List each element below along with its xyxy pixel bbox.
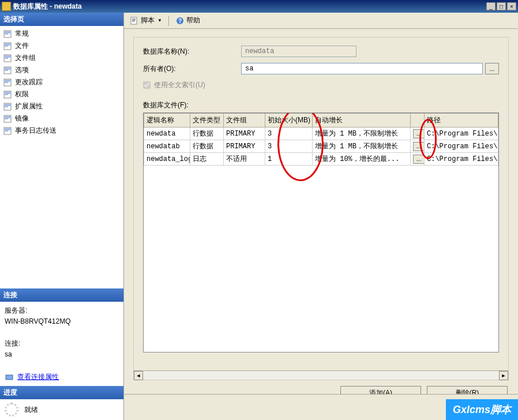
nav-label: 权限	[15, 89, 29, 99]
cell-type: 日志	[190, 153, 224, 166]
nav-label: 镜像	[15, 114, 29, 123]
scroll-right-button[interactable]: ►	[499, 371, 508, 380]
cell-path: C:\Program Files\Micr	[425, 127, 498, 140]
watermark: Gxlcms脚本	[446, 399, 518, 420]
toolbar-separator	[168, 16, 169, 26]
select-page-header: 选择页	[0, 13, 123, 26]
add-button[interactable]: 添加(A)	[340, 386, 421, 394]
conn-label: 连接:	[5, 338, 119, 349]
left-panel: 选择页 常规 文件 文件组 选项 更改跟踪 权限 扩展属性 镜像 事务日志传送 …	[0, 13, 124, 420]
dbname-label: 数据库名称(N):	[143, 47, 241, 57]
files-grid[interactable]: 逻辑名称 文件类型 文件组 初始大小(MB) 自动增长 路径 newdata	[144, 113, 498, 166]
close-button[interactable]: ×	[507, 2, 516, 10]
nav-list: 常规 文件 文件组 选项 更改跟踪 权限 扩展属性 镜像 事务日志传送	[0, 26, 123, 288]
fulltext-row: 使用全文索引(U)	[143, 80, 499, 90]
main-area: 选择页 常规 文件 文件组 选项 更改跟踪 权限 扩展属性 镜像 事务日志传送 …	[0, 13, 518, 420]
col-path[interactable]: 路径	[425, 114, 498, 127]
cell-type: 行数据	[190, 127, 224, 140]
connection-section: 服务器: WIN-B8RVQT412MQ 连接: sa 查看连接属性	[0, 302, 123, 386]
maximize-button[interactable]: □	[497, 2, 506, 10]
cell-group: 不适用	[224, 153, 265, 166]
page-icon	[3, 127, 13, 135]
nav-changetracking[interactable]: 更改跟踪	[0, 76, 123, 88]
dbname-row: 数据库名称(N): newdata	[143, 46, 499, 57]
page-icon	[3, 30, 13, 38]
table-row[interactable]: newdata_log 日志 不适用 1 增量为 10%，增长的最... ...…	[144, 153, 498, 166]
conn-value: sa	[5, 349, 119, 360]
cell-path: C:\Program Files\Micr	[425, 153, 498, 166]
cell-name[interactable]: newdata_log	[144, 153, 190, 166]
grid-header-row: 逻辑名称 文件类型 文件组 初始大小(MB) 自动增长 路径	[144, 114, 498, 127]
chevron-down-icon: ▼	[157, 18, 162, 23]
nav-label: 文件	[15, 41, 29, 51]
col-logicalname[interactable]: 逻辑名称	[144, 114, 190, 127]
script-button[interactable]: 脚本 ▼	[127, 14, 164, 27]
progress-section: 就绪	[0, 399, 123, 420]
nav-label: 文件组	[15, 53, 36, 63]
growth-edit-button[interactable]: ...	[413, 142, 425, 151]
view-connection-props-link[interactable]: 查看连接属性	[17, 373, 59, 381]
cell-type: 行数据	[190, 140, 224, 153]
nav-mirroring[interactable]: 镜像	[0, 112, 123, 125]
nav-permissions[interactable]: 权限	[0, 88, 123, 100]
growth-edit-button[interactable]: ...	[413, 155, 425, 164]
nav-general[interactable]: 常规	[0, 28, 123, 40]
spinner-icon	[5, 403, 18, 417]
col-filetype[interactable]: 文件类型	[190, 114, 224, 127]
nav-label: 更改跟踪	[15, 77, 43, 87]
nav-options[interactable]: 选项	[0, 64, 123, 76]
nav-files[interactable]: 文件	[0, 40, 123, 52]
minimize-button[interactable]: _	[486, 2, 496, 10]
page-icon	[3, 91, 13, 99]
connection-props-icon	[5, 373, 14, 382]
cell-group: PRIMARY	[224, 127, 265, 140]
nav-extendedprops[interactable]: 扩展属性	[0, 100, 123, 112]
app-icon	[2, 2, 11, 11]
window-title: 数据库属性 - newdata	[13, 2, 486, 12]
progress-status: 就绪	[24, 405, 38, 415]
nav-filegroups[interactable]: 文件组	[0, 52, 123, 64]
table-row[interactable]: newdata 行数据 PRIMARY 3 增量为 1 MB，不限制增长 ...…	[144, 127, 498, 140]
page-icon	[3, 103, 13, 111]
right-panel: 脚本 ▼ ? 帮助 数据库名称(N): newdata 所有者(O): ...	[124, 13, 518, 420]
server-label: 服务器:	[5, 305, 119, 316]
col-initsize[interactable]: 初始大小(MB)	[265, 114, 313, 127]
nav-logshipping[interactable]: 事务日志传送	[0, 125, 123, 137]
scroll-track[interactable]	[143, 371, 499, 380]
owner-field[interactable]	[241, 63, 483, 74]
connection-header: 连接	[0, 288, 123, 302]
col-autogrowth[interactable]: 自动增长	[313, 114, 411, 127]
nav-label: 选项	[15, 65, 29, 75]
nav-label: 常规	[15, 29, 29, 39]
help-button[interactable]: ? 帮助	[173, 14, 202, 27]
remove-button[interactable]: 删除(R)	[427, 386, 508, 394]
cell-size[interactable]: 1	[265, 153, 313, 166]
cell-size[interactable]: 3	[265, 140, 313, 153]
files-label: 数据库文件(F):	[143, 100, 499, 110]
progress-header: 进度	[0, 386, 123, 399]
svg-rect-9	[6, 375, 13, 380]
col-autogrowth-btn	[411, 114, 425, 127]
cell-name[interactable]: newdata	[144, 127, 190, 140]
page-icon	[3, 42, 13, 50]
col-filegroup[interactable]: 文件组	[224, 114, 265, 127]
dbname-field: newdata	[241, 46, 356, 57]
actions-row: 添加(A) 删除(R)	[133, 380, 509, 394]
window-buttons: _ □ ×	[486, 2, 516, 10]
cell-growth: 增量为 1 MB，不限制增长	[313, 127, 411, 140]
fulltext-label: 使用全文索引(U)	[154, 80, 205, 90]
cell-path: C:\Program Files\Micr	[425, 140, 498, 153]
cell-group: PRIMARY	[224, 140, 265, 153]
owner-browse-button[interactable]: ...	[485, 63, 499, 74]
cell-size[interactable]: 3	[265, 127, 313, 140]
scroll-left-button[interactable]: ◄	[134, 371, 143, 380]
growth-edit-button[interactable]: ...	[413, 129, 425, 138]
server-value: WIN-B8RVQT412MQ	[5, 316, 119, 327]
cell-name[interactable]: newdatab	[144, 140, 190, 153]
horizontal-scrollbar[interactable]: ◄ ►	[134, 370, 508, 380]
help-icon: ?	[175, 16, 185, 25]
table-row[interactable]: newdatab 行数据 PRIMARY 3 增量为 1 MB，不限制增长 ..…	[144, 140, 498, 153]
help-label: 帮助	[186, 16, 200, 25]
fulltext-checkbox	[143, 81, 151, 89]
svg-text:?: ?	[178, 18, 182, 24]
